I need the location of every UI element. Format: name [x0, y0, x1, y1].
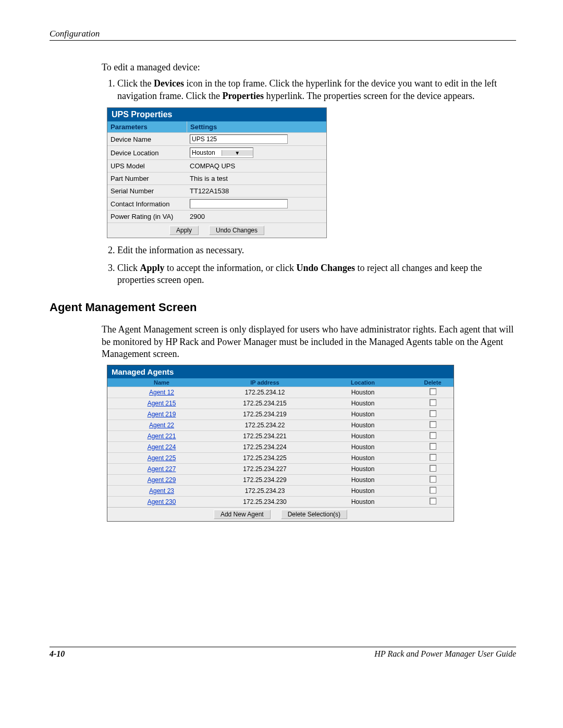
step-3: Click Apply to accept the information, o… — [117, 262, 516, 287]
intro-line: To edit a managed device: — [102, 61, 516, 73]
agent-management-paragraph: The Agent Management screen is only disp… — [102, 324, 516, 360]
device-location-select[interactable]: Houston ▼ — [190, 147, 253, 158]
delete-checkbox[interactable] — [430, 432, 436, 439]
delete-checkbox[interactable] — [430, 487, 436, 493]
delete-selections-button[interactable]: Delete Selection(s) — [281, 510, 347, 519]
agent-link[interactable]: Agent 224 — [148, 443, 176, 451]
ups-row-serial: Serial Number TT122A1538 — [107, 184, 326, 197]
agent-row: Agent 23172.25.234.23Houston — [107, 485, 454, 496]
device-location-value: Houston — [190, 149, 222, 156]
delete-checkbox[interactable] — [430, 443, 436, 450]
agent-row: Agent 225172.25.234.225Houston — [107, 452, 454, 463]
agent-ip: 172.25.234.227 — [216, 464, 314, 474]
ups-button-row: Apply Undo Changes — [107, 223, 326, 238]
agent-row: Agent 12172.25.234.12Houston — [107, 387, 454, 398]
agent-location: Houston — [314, 486, 412, 496]
agent-location: Houston — [314, 399, 412, 408]
agent-link[interactable]: Agent 23 — [149, 487, 174, 495]
agent-row: Agent 215172.25.234.215Houston — [107, 398, 454, 409]
ups-row-power: Power Rating (in VA) 2900 — [107, 210, 326, 223]
ups-properties-panel: UPS Properties Parameters Settings Devic… — [107, 107, 327, 238]
agent-ip: 172.25.234.22 — [216, 421, 314, 430]
page-header-section: Configuration — [50, 29, 516, 41]
step-1: Click the Devices icon in the top frame.… — [117, 78, 516, 102]
agent-link[interactable]: Agent 219 — [148, 411, 176, 418]
contact-label: Contact Information — [107, 198, 187, 210]
undo-changes-button[interactable]: Undo Changes — [209, 226, 264, 235]
serial-value: TT122A1538 — [187, 186, 326, 196]
agent-location: Houston — [314, 453, 412, 463]
device-name-input[interactable] — [190, 134, 288, 144]
agent-row: Agent 224172.25.234.224Houston — [107, 441, 454, 452]
agent-link[interactable]: Agent 225 — [148, 454, 176, 462]
delete-checkbox[interactable] — [430, 399, 436, 406]
agent-row: Agent 219172.25.234.219Houston — [107, 409, 454, 419]
delete-checkbox[interactable] — [430, 388, 436, 395]
agent-row: Agent 230172.25.234.230Houston — [107, 496, 454, 507]
agents-head-name: Name — [107, 378, 216, 387]
page-number: 4-10 — [50, 649, 65, 659]
agent-location: Houston — [314, 388, 412, 397]
ups-row-device-location: Device Location Houston ▼ — [107, 145, 326, 159]
agent-location: Houston — [314, 497, 412, 507]
agents-header-row: Name IP address Location Delete — [107, 378, 454, 387]
agent-link[interactable]: Agent 230 — [148, 498, 176, 505]
delete-checkbox[interactable] — [430, 421, 436, 428]
agent-ip: 172.25.234.221 — [216, 431, 314, 441]
agent-ip: 172.25.234.219 — [216, 410, 314, 419]
agent-ip: 172.25.234.229 — [216, 475, 314, 485]
add-new-agent-button[interactable]: Add New Agent — [214, 510, 271, 519]
step3-bold-undo: Undo Changes — [296, 263, 355, 273]
delete-checkbox[interactable] — [430, 465, 436, 472]
ups-model-label: UPS Model — [107, 160, 187, 172]
agent-management-heading: Agent Management Screen — [50, 301, 516, 314]
agent-ip: 172.25.234.23 — [216, 486, 314, 496]
agent-row: Agent 22172.25.234.22Houston — [107, 419, 454, 430]
delete-checkbox[interactable] — [430, 476, 436, 483]
apply-button[interactable]: Apply — [169, 226, 199, 235]
agent-link[interactable]: Agent 229 — [148, 476, 176, 484]
agent-link[interactable]: Agent 12 — [149, 389, 174, 396]
agent-location: Houston — [314, 410, 412, 419]
device-location-label: Device Location — [107, 147, 187, 159]
step3-mid: to accept the information, or click — [165, 263, 297, 273]
step1-bold-properties: Properties — [222, 91, 264, 101]
agent-location: Houston — [314, 431, 412, 441]
step1-pre: Click the — [117, 78, 154, 89]
ups-head-settings: Settings — [187, 121, 326, 132]
ups-row-model: UPS Model COMPAQ UPS — [107, 159, 326, 172]
ups-header-row: Parameters Settings — [107, 121, 326, 132]
ups-head-parameters: Parameters — [107, 121, 187, 132]
power-value: 2900 — [187, 211, 326, 222]
agent-location: Houston — [314, 464, 412, 474]
agents-head-delete: Delete — [412, 378, 454, 387]
agent-ip: 172.25.234.12 — [216, 388, 314, 397]
step1-post: hyperlink. The properties screen for the… — [264, 91, 475, 101]
agent-link[interactable]: Agent 22 — [149, 422, 174, 429]
agent-row: Agent 229172.25.234.229Houston — [107, 474, 454, 485]
agent-link[interactable]: Agent 221 — [148, 433, 176, 440]
serial-label: Serial Number — [107, 185, 187, 197]
ups-row-contact: Contact Information — [107, 197, 326, 210]
part-number-value: This is a test — [187, 173, 326, 184]
agent-link[interactable]: Agent 215 — [148, 400, 176, 407]
ups-row-device-name: Device Name — [107, 132, 326, 145]
agents-title: Managed Agents — [107, 365, 454, 378]
agent-link[interactable]: Agent 227 — [148, 465, 176, 473]
guide-title: HP Rack and Power Manager User Guide — [374, 649, 516, 659]
agent-location: Houston — [314, 442, 412, 452]
ups-title: UPS Properties — [107, 108, 326, 121]
chevron-down-icon: ▼ — [222, 150, 253, 156]
delete-checkbox[interactable] — [430, 498, 436, 504]
agents-head-ip: IP address — [216, 378, 314, 387]
step3-bold-apply: Apply — [140, 263, 165, 273]
agent-ip: 172.25.234.225 — [216, 453, 314, 463]
agents-head-location: Location — [314, 378, 412, 387]
agent-location: Houston — [314, 475, 412, 485]
contact-input[interactable] — [190, 199, 288, 208]
step1-bold-devices: Devices — [154, 78, 184, 89]
delete-checkbox[interactable] — [430, 454, 436, 461]
device-name-label: Device Name — [107, 133, 187, 145]
agent-ip: 172.25.234.230 — [216, 497, 314, 507]
delete-checkbox[interactable] — [430, 410, 436, 417]
